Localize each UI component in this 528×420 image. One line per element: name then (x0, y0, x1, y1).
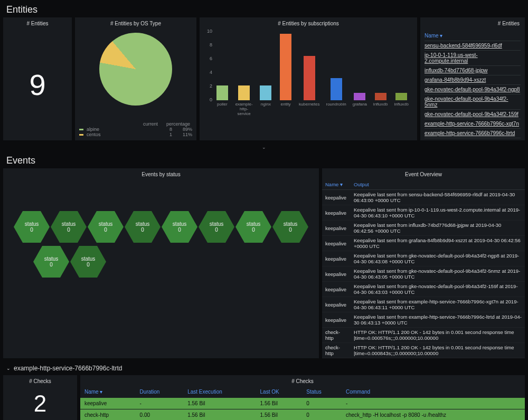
section-entities-title: Entities (0, 0, 528, 17)
entity-list-item[interactable]: sensu-backend-584f696959-rl6df (425, 41, 521, 51)
bar-label: influxdb (394, 102, 409, 113)
entity-list-item[interactable]: influxdb-74bd776d68-jpjpw (425, 66, 521, 75)
checks-table: Name ▾ Duration Last Execution Last OK S… (80, 386, 525, 420)
sort-caret-icon: ▾ (440, 33, 442, 39)
event-overview-table: Name ▾ Output keepaliveKeepalive last se… (322, 179, 525, 358)
check-col-status[interactable]: Status (302, 386, 342, 398)
bar-col[interactable]: kubernetes (299, 56, 320, 113)
legend-row: centos 1 11% (79, 132, 192, 137)
event-col-name[interactable]: Name ▾ (322, 179, 351, 190)
entity-list-item[interactable]: gke-novatec-default-pool-9b4a34f2-159f (425, 110, 521, 119)
bar-col[interactable]: influxdb (394, 93, 409, 113)
check-col-name[interactable]: Name ▾ (80, 386, 136, 398)
status-hex[interactable]: status0 (88, 211, 124, 243)
bar-col[interactable]: entity (279, 34, 293, 113)
event-col-output[interactable]: Output (351, 179, 525, 190)
bar (395, 93, 407, 100)
bar-label: influxdb (373, 102, 388, 113)
chevron-down-icon: ⌄ (6, 366, 11, 371)
status-hex[interactable]: status0 (272, 211, 308, 243)
bar (238, 85, 250, 100)
entities-count-value: 9 (3, 28, 72, 140)
legend-label: centos (87, 132, 156, 137)
panel-bar-title: # Entities by subscriptions (200, 17, 417, 28)
event-row[interactable]: keepaliveKeepalive last sent from sensu-… (322, 190, 525, 205)
legend-row: alpine 8 89% (79, 127, 192, 132)
checks-count-title: # Checks (3, 375, 77, 386)
pie-legend: current percentage alpine 8 89% centos 1… (75, 121, 196, 140)
entity-list-item[interactable]: gke-novatec-default-pool-9b4a34f2-5nmz (425, 94, 521, 110)
entity-list-item[interactable]: gke-novatec-default-pool-9b4a34f2-ngp8 (425, 85, 521, 94)
event-row[interactable]: keepaliveKeepalive last sent from gke-no… (322, 282, 525, 297)
legend-swatch (79, 129, 83, 130)
section-events-title: Events (0, 151, 528, 168)
panel-event-overview-title: Event Overview (322, 168, 525, 179)
entity-list-item[interactable]: ip-10-0-1-119.us-west-2.compute.internal (425, 51, 521, 66)
event-row[interactable]: keepaliveKeepalive last sent from gke-no… (322, 266, 525, 282)
status-hex[interactable]: status0 (235, 211, 271, 243)
bar-col[interactable]: poller (215, 85, 229, 113)
check-col-lastexec[interactable]: Last Execution (183, 386, 256, 398)
checks-table-title: # Checks (80, 375, 525, 386)
event-row[interactable]: check-httpHTTP OK: HTTP/1.1 200 OK - 142… (322, 343, 525, 358)
check-group-name: example-http-service-7666b7996c-ltrtd (14, 365, 122, 372)
status-hex[interactable]: status0 (51, 211, 87, 243)
bar-label: entity (280, 102, 290, 113)
status-hex[interactable]: status0 (14, 211, 50, 243)
bar-label: example-http-service (235, 102, 253, 113)
bar (354, 93, 365, 100)
entity-list-item[interactable]: grafana-84fb8b9d94-xszzt (425, 75, 521, 85)
bar (304, 56, 315, 100)
bar-col[interactable]: nginx (259, 85, 273, 113)
status-hex[interactable]: status0 (125, 211, 161, 243)
bar (216, 85, 228, 100)
entity-list-item[interactable]: example-http-service-7666b7996c-xgt7n (425, 119, 521, 129)
panel-entities-count-title: # Entities (3, 17, 72, 28)
check-col-lastok[interactable]: Last OK (256, 386, 303, 398)
status-hex[interactable]: status0 (199, 211, 234, 243)
panel-entity-list-title: # Entities (420, 17, 525, 28)
check-col-command[interactable]: Command (342, 386, 525, 398)
pie-chart[interactable] (99, 33, 172, 106)
check-row[interactable]: check-http0.001.56 Bil1.56 Bil0check_htt… (80, 409, 525, 421)
bar-label: grafana (353, 102, 367, 113)
bar-col[interactable]: roundrobin (326, 78, 346, 113)
row-collapse-icon[interactable]: ⌄ (0, 144, 528, 151)
entity-list-item[interactable]: example-http-service-7666b7996c-ltrtd (425, 129, 521, 138)
status-hex[interactable]: status0 (70, 246, 106, 278)
bar (280, 34, 291, 100)
panel-events-status-title: Events by status (3, 168, 319, 179)
event-row[interactable]: keepaliveKeepalive last sent from influx… (322, 221, 525, 236)
checks-count-value: 2 (3, 386, 77, 420)
entity-list: Name ▾ sensu-backend-584f696959-rl6df ip… (420, 28, 525, 140)
event-row[interactable]: keepaliveKeepalive last sent from exampl… (322, 312, 525, 328)
event-row[interactable]: keepaliveKeepalive last sent from grafan… (322, 236, 525, 251)
event-row[interactable]: check-httpHTTP OK: HTTP/1.1 200 OK - 142… (322, 328, 525, 343)
entity-list-header[interactable]: Name ▾ (425, 31, 521, 41)
check-row[interactable]: keepalive-1.56 Bil1.56 Bil0- (80, 398, 525, 409)
bar-col[interactable]: grafana (353, 93, 367, 113)
status-hex[interactable]: status0 (33, 246, 69, 278)
event-row[interactable]: keepaliveKeepalive last sent from ip-10-… (322, 205, 525, 221)
bar-chart[interactable]: 1086420 poller example-http-service ngin… (200, 28, 417, 113)
event-row[interactable]: keepaliveKeepalive last sent from exampl… (322, 297, 525, 312)
status-hex[interactable]: status0 (162, 211, 197, 243)
bar-col[interactable]: example-http-service (235, 85, 253, 113)
event-row[interactable]: keepaliveKeepalive last sent from gke-no… (322, 251, 525, 266)
bar-col[interactable]: influxdb (373, 93, 388, 113)
bar (331, 78, 342, 100)
bar-label: kubernetes (299, 102, 320, 113)
legend-label: alpine (87, 127, 156, 132)
check-group-header[interactable]: ⌄ example-http-service-7666b7996c-ltrtd (0, 361, 528, 375)
legend-swatch (79, 134, 83, 136)
bar (260, 85, 271, 100)
bar-label: poller (217, 102, 228, 113)
bar (375, 93, 386, 100)
bar-label: nginx (261, 102, 271, 113)
bar-label: roundrobin (326, 102, 346, 113)
check-col-duration[interactable]: Duration (136, 386, 184, 398)
panel-pie-title: # Entities by OS Type (75, 17, 196, 28)
